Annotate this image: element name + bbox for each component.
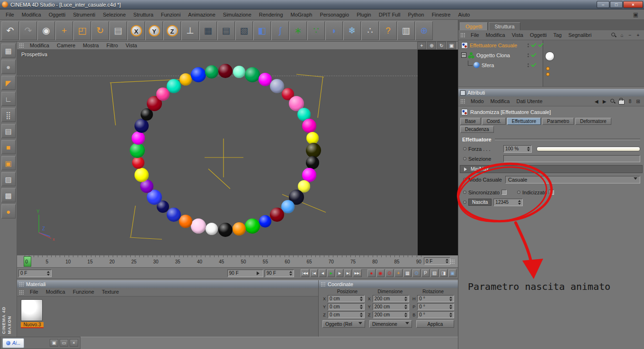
tree-item-label[interactable]: Effettuatore Casuale [470,43,517,48]
attributes-menu-item[interactable]: Modo [467,96,487,106]
timeline-tick-label[interactable]: 35 [175,259,180,264]
viewport[interactable]: Prospettiva Y Z x [17,50,458,255]
clone-sphere[interactable] [205,65,218,79]
close-button[interactable]: × [623,1,643,8]
half-view-button[interactable]: ◨ [439,269,447,277]
search-icon[interactable] [611,32,617,38]
materials-menu-item[interactable]: Texture [98,288,123,296]
rotate-tool-icon[interactable]: ↻ [91,21,109,40]
layout-switch-button[interactable]: ▣ [448,269,456,277]
help-icon[interactable]: ? [379,21,397,40]
clone-sphere[interactable] [218,64,233,78]
online-help-icon[interactable]: ⊕ [415,21,433,40]
restore-window-icon[interactable]: ▣ [50,339,58,347]
expand-all-icon[interactable]: + [635,33,641,38]
clone-sphere[interactable] [132,131,145,145]
prev-key-button[interactable]: |◀ [310,269,318,277]
clone-sphere[interactable] [134,168,149,182]
panel-grip-icon[interactable] [19,290,24,295]
object-manager-menu-item[interactable]: Modifica [483,30,509,40]
lock-y-axis-icon[interactable]: Y [145,21,163,40]
polygons-mode-icon[interactable]: ■ [1,140,16,154]
enabled-check-icon[interactable] [538,42,543,47]
clone-sphere[interactable] [191,218,206,234]
coordinates-header[interactable]: Coordinate [319,280,458,288]
coordinate-system-icon[interactable]: ⊥ [181,21,199,40]
menu-item[interactable]: File [2,9,18,20]
panel-grip-icon[interactable] [321,282,326,287]
layer-dots-icon[interactable] [528,53,529,55]
materials-menu-item[interactable]: Funzione [69,288,98,296]
scale-tool-icon[interactable]: ◰ [73,21,91,40]
play-button[interactable]: ▶ [327,269,335,277]
timeline-tick-label[interactable]: 75 [350,259,356,264]
timeline-tick-label[interactable]: 5 [45,259,49,264]
enabled-check-icon[interactable] [531,52,536,57]
position-y-input[interactable]: 0 cm [328,303,365,310]
enabled-check-icon[interactable] [531,61,536,67]
clone-sphere[interactable] [245,218,260,234]
clone-sphere[interactable] [167,79,181,93]
materials-menu-item[interactable]: Modifica [42,288,69,296]
attribute-tab[interactable]: Decadenza [460,126,494,133]
minimize-button[interactable]: – [597,1,609,8]
clone-sphere[interactable] [302,119,316,133]
clone-sphere[interactable] [206,223,218,235]
collapse-toggle-icon[interactable] [461,52,466,58]
timeline-tick-label[interactable]: 55 [263,259,268,264]
clone-sphere[interactable] [134,119,149,133]
animation-dot-icon[interactable] [463,191,466,194]
powerslider-options-button[interactable]: P [421,269,429,277]
forza-input[interactable]: 100 % [503,145,532,153]
lock-x-axis-icon[interactable]: X [127,21,145,40]
lock-z-axis-icon[interactable]: Z [163,21,181,40]
timeline-tick-label[interactable]: 0 [25,259,28,264]
spinner-arrows-icon[interactable] [527,147,530,151]
timeline-ruler[interactable]: 051015202530354045505560657075808590 0 F [17,255,458,268]
timeline-tick-label[interactable]: 25 [131,259,136,264]
primitive-cube-icon[interactable]: ◧ [253,21,271,40]
clone-sphere[interactable] [306,156,319,169]
timeline-tick-label[interactable]: 80 [372,259,377,264]
simulation-icon[interactable]: ❄ [343,21,361,40]
last-tool-icon[interactable]: ▤ [109,21,127,40]
live-selection-icon[interactable]: ◉ [37,21,55,40]
position-x-input[interactable]: 0 cm [328,295,365,302]
menu-item[interactable]: Oggetti [45,9,69,20]
panel-grip-icon[interactable] [460,99,465,104]
attributes-header[interactable]: Attributi [458,89,644,96]
clone-sphere[interactable] [179,73,192,86]
record-position-button[interactable]: ◉ [376,269,385,277]
material-name[interactable]: Nuovo.3 [21,322,44,328]
minmax-group[interactable]: Min/Max [460,165,643,173]
end-frame-input[interactable]: 90 F [265,270,294,277]
next-key-button[interactable]: ▶| [344,269,352,277]
spline-pen-icon[interactable]: ∫ [271,21,289,40]
tag-dot-icon[interactable] [546,72,550,76]
viewport-menu-item[interactable]: Filtro [103,42,122,50]
goto-end-button[interactable]: ▶▶| [353,269,362,277]
record-rotation-button[interactable]: ⊙ [385,269,394,277]
clone-sphere[interactable] [179,215,192,228]
next-frame-button[interactable]: ▶ [336,269,343,277]
clone-sphere[interactable] [306,143,321,158]
taskbar-app-button[interactable]: Ai... [2,338,24,348]
menu-item[interactable]: Aiuto [454,9,474,20]
menu-item[interactable]: Plugin [353,9,375,20]
menu-item[interactable]: Personaggio [316,9,353,20]
material-preview[interactable] [21,299,43,321]
render-picture-viewer-icon[interactable]: ▤ [217,21,235,40]
spinner-arrows-icon[interactable] [446,259,448,263]
attribute-tab[interactable]: Parametro [542,118,574,125]
object-manager-menu-item[interactable]: Segnalibri [565,30,595,40]
viewport-menu-item[interactable]: Mostra [79,42,103,50]
timeline-tick-label[interactable]: 45 [219,259,224,264]
object-manager-menu-item[interactable]: Oggetti [527,30,550,40]
animation-dot-icon[interactable] [463,201,466,204]
size-x-input[interactable]: 200 cm [373,295,410,302]
layer-dots-icon[interactable] [528,44,529,45]
menu-item[interactable]: Funzioni [157,9,185,20]
object-mode-icon[interactable]: ● [1,204,16,218]
indicizzato-checkbox[interactable] [549,190,554,195]
menu-item[interactable]: Simulazione [219,9,255,20]
